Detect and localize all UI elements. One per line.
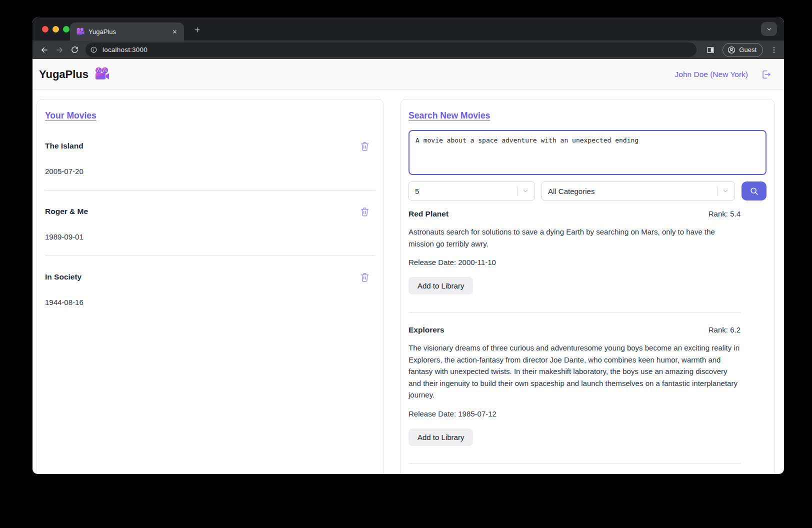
divider — [717, 186, 718, 196]
reload-icon[interactable] — [68, 43, 82, 57]
browser-tab-yugaplus[interactable]: YugaPlus — [70, 22, 184, 40]
side-panel-icon[interactable] — [704, 43, 718, 57]
profile-button[interactable]: Guest — [722, 43, 763, 57]
user-profile-link[interactable]: John Doe (New York) — [675, 70, 748, 79]
app-header: YugaPlus John Doe (New York) — [32, 59, 784, 90]
browser-menu-icon[interactable] — [769, 43, 779, 57]
delete-movie-trash-icon[interactable] — [358, 140, 370, 152]
result-rank: Rank: 5.4 — [708, 210, 740, 218]
result-title: Explorers — [408, 326, 444, 334]
header-right: John Doe (New York) — [675, 68, 772, 80]
tab-search-chevron-icon[interactable] — [761, 22, 777, 36]
movie-list-item: Roger & Me 1989-09-01 — [45, 206, 376, 256]
divider — [45, 256, 376, 256]
back-icon[interactable] — [38, 43, 52, 57]
category-value: All Categories — [548, 187, 713, 196]
your-movies-heading[interactable]: Your Movies — [45, 110, 96, 121]
movie-title: Roger & Me — [45, 207, 88, 216]
site-info-icon[interactable] — [88, 44, 99, 56]
results-count-value: 5 — [415, 187, 513, 196]
address-bar[interactable]: localhost:3000 — [86, 42, 696, 57]
your-movies-panel: Your Movies The Island 2005-07-20 — [36, 99, 384, 474]
category-select[interactable]: All Categories — [542, 182, 735, 200]
browser-window: YugaPlus localhost:3000 — [32, 18, 784, 474]
divider — [408, 312, 740, 312]
divider — [45, 190, 376, 190]
result-description: Astronauts search for solutions to save … — [408, 226, 740, 250]
add-to-library-button[interactable]: Add to Library — [408, 428, 473, 446]
movie-title: In Society — [45, 272, 82, 282]
forward-icon[interactable] — [52, 43, 66, 57]
brand: YugaPlus — [39, 66, 110, 82]
search-controls: 5 All Categories — [408, 182, 766, 200]
add-to-library-button[interactable]: Add to Library — [408, 277, 473, 294]
divider — [517, 186, 518, 196]
result-rank: Rank: 6.2 — [708, 326, 740, 334]
search-result: Red Planet Rank: 5.4 Astronauts search f… — [408, 210, 740, 312]
result-description: The visionary dreams of three curious an… — [408, 342, 740, 401]
favicon-movie-camera-icon — [76, 28, 84, 36]
search-query-input[interactable]: A movie about a space adventure with an … — [408, 130, 766, 175]
browser-toolbar: localhost:3000 Guest — [32, 40, 784, 59]
window-controls — [42, 26, 70, 32]
new-tab-icon[interactable] — [192, 24, 202, 35]
result-title: Red Planet — [408, 210, 448, 218]
search-new-movies-panel: Search New Movies A movie about a space … — [400, 99, 775, 474]
results-count-select[interactable]: 5 — [408, 182, 535, 200]
movie-release-date: 1944-08-16 — [45, 298, 376, 306]
fullscreen-window-icon[interactable] — [63, 26, 70, 32]
search-icon — [749, 186, 760, 196]
movie-release-date: 2005-07-20 — [45, 167, 376, 176]
app-title: YugaPlus — [39, 68, 88, 81]
chevron-down-icon — [520, 186, 530, 196]
close-window-icon[interactable] — [42, 26, 48, 32]
delete-movie-trash-icon[interactable] — [358, 206, 370, 218]
browser-tab-strip: YugaPlus — [32, 18, 784, 40]
divider — [408, 464, 740, 464]
minimize-window-icon[interactable] — [52, 26, 59, 32]
movie-list-item: The Island 2005-07-20 — [45, 140, 376, 190]
movie-list-item: In Society 1944-08-16 — [45, 271, 376, 306]
search-results: Red Planet Rank: 5.4 Astronauts search f… — [408, 210, 766, 474]
tab-close-icon[interactable] — [170, 27, 179, 36]
result-release-date: Release Date: 2000-11-10 — [408, 258, 740, 266]
result-release-date: Release Date: 1985-07-12 — [408, 410, 740, 418]
profile-label: Guest — [739, 46, 756, 54]
movie-title: The Island — [45, 142, 84, 150]
main-content: Your Movies The Island 2005-07-20 — [32, 90, 784, 474]
url-text[interactable]: localhost:3000 — [102, 46, 148, 54]
delete-movie-trash-icon[interactable] — [358, 271, 370, 283]
search-new-movies-heading[interactable]: Search New Movies — [408, 110, 490, 121]
search-result: Explorers Rank: 6.2 The visionary dreams… — [408, 326, 740, 464]
movie-release-date: 1989-09-01 — [45, 232, 376, 241]
tab-title: YugaPlus — [88, 28, 166, 36]
search-button[interactable] — [742, 182, 766, 200]
person-circle-icon — [727, 46, 736, 54]
logo-movie-camera-icon — [94, 66, 110, 82]
logout-icon[interactable] — [760, 68, 772, 80]
chevron-down-icon — [720, 186, 730, 196]
